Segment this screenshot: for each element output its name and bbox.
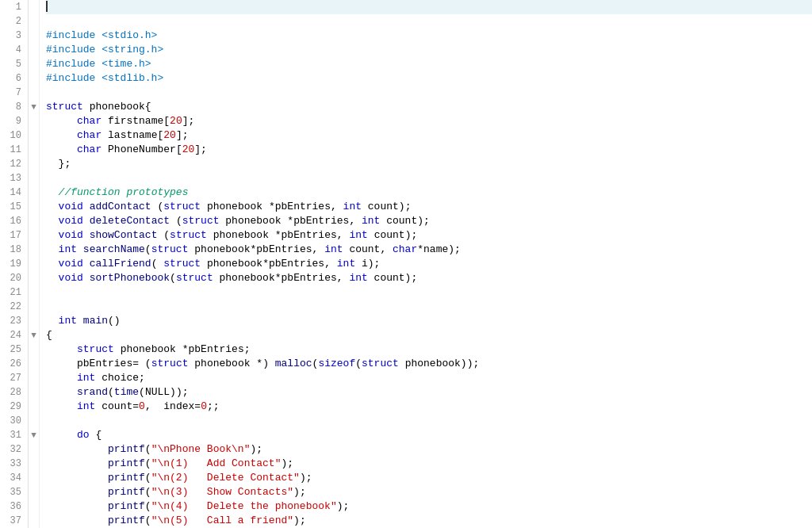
fold-25 <box>29 342 39 357</box>
line-num-27: 27 <box>6 371 21 385</box>
line-num-17: 17 <box>6 228 21 243</box>
line-num-36: 36 <box>6 499 21 514</box>
line-num-30: 30 <box>6 414 21 428</box>
fold-7 <box>29 86 39 100</box>
line-num-29: 29 <box>6 400 21 414</box>
code-line-11: char PhoneNumber[20]; <box>46 143 812 157</box>
line-num-20: 20 <box>6 271 21 285</box>
fold-23 <box>29 314 39 328</box>
fold-4 <box>29 43 39 57</box>
line-num-35: 35 <box>6 485 21 499</box>
code-line-16: void deleteContact (struct phonebook *pb… <box>46 214 812 228</box>
code-line-31: do { <box>46 428 812 442</box>
code-line-10: char lastname[20]; <box>46 128 812 143</box>
code-line-3: #include <stdio.h> <box>46 29 812 43</box>
code-line-24: { <box>46 328 812 342</box>
code-line-36: printf("\n(4) Delete the phonebook"); <box>46 499 812 514</box>
code-editor[interactable]: 1 2 3 4 5 6 7 8 9 10 11 12 13 14 15 16 1… <box>0 0 812 528</box>
fold-6 <box>29 71 39 86</box>
code-line-5: #include <time.h> <box>46 57 812 71</box>
fold-28 <box>29 385 39 400</box>
fold-gutter: ▼ ▼ ▼ <box>29 0 40 528</box>
code-line-22 <box>46 300 812 314</box>
code-line-19: void callFriend( struct phonebook*pbEntr… <box>46 257 812 271</box>
line-num-8: 8 <box>6 100 21 114</box>
code-line-1 <box>46 0 812 14</box>
fold-3 <box>29 29 39 43</box>
fold-2 <box>29 14 39 29</box>
code-line-4: #include <string.h> <box>46 43 812 57</box>
fold-5 <box>29 57 39 71</box>
fold-33 <box>29 457 39 471</box>
line-num-22: 22 <box>6 300 21 314</box>
code-line-27: int choice; <box>46 371 812 385</box>
code-line-32: printf("\nPhone Book\n"); <box>46 442 812 457</box>
line-num-37: 37 <box>6 514 21 528</box>
code-line-12: }; <box>46 157 812 171</box>
code-area[interactable]: #include <stdio.h> #include <string.h> #… <box>40 0 812 528</box>
line-num-4: 4 <box>6 43 21 57</box>
fold-9 <box>29 114 39 128</box>
code-line-35: printf("\n(3) Show Contacts"); <box>46 485 812 499</box>
code-line-8: struct phonebook{ <box>46 100 812 114</box>
fold-8[interactable]: ▼ <box>29 100 39 114</box>
fold-21 <box>29 285 39 300</box>
code-line-25: struct phonebook *pbEntries; <box>46 342 812 357</box>
line-num-23: 23 <box>6 314 21 328</box>
line-num-18: 18 <box>6 243 21 257</box>
fold-19 <box>29 257 39 271</box>
line-num-6: 6 <box>6 71 21 86</box>
line-num-33: 33 <box>6 457 21 471</box>
line-num-1: 1 <box>6 0 21 14</box>
fold-17 <box>29 228 39 243</box>
code-line-28: srand(time(NULL)); <box>46 385 812 400</box>
fold-34 <box>29 471 39 485</box>
line-num-11: 11 <box>6 143 21 157</box>
line-numbers: 1 2 3 4 5 6 7 8 9 10 11 12 13 14 15 16 1… <box>0 0 29 528</box>
code-line-15: void addContact (struct phonebook *pbEnt… <box>46 200 812 214</box>
line-num-32: 32 <box>6 442 21 457</box>
code-line-17: void showContact (struct phonebook *pbEn… <box>46 228 812 243</box>
line-num-21: 21 <box>6 285 21 300</box>
line-num-16: 16 <box>6 214 21 228</box>
line-num-7: 7 <box>6 86 21 100</box>
code-line-21 <box>46 285 812 300</box>
left-panel: 1 2 3 4 5 6 7 8 9 10 11 12 13 14 15 16 1… <box>0 0 40 528</box>
code-line-13 <box>46 171 812 186</box>
code-line-37: printf("\n(5) Call a friend"); <box>46 514 812 528</box>
fold-10 <box>29 128 39 143</box>
line-num-25: 25 <box>6 342 21 357</box>
code-line-9: char firstname[20]; <box>46 114 812 128</box>
fold-35 <box>29 485 39 499</box>
fold-32 <box>29 442 39 457</box>
fold-37 <box>29 514 39 528</box>
line-num-5: 5 <box>6 57 21 71</box>
code-line-33: printf("\n(1) Add Contact"); <box>46 457 812 471</box>
line-num-31: 31 <box>6 428 21 442</box>
line-num-15: 15 <box>6 200 21 214</box>
line-num-9: 9 <box>6 114 21 128</box>
fold-11 <box>29 143 39 157</box>
code-line-6: #include <stdlib.h> <box>46 71 812 86</box>
fold-18 <box>29 243 39 257</box>
fold-15 <box>29 200 39 214</box>
line-num-13: 13 <box>6 171 21 186</box>
code-line-14: //function prototypes <box>46 186 812 200</box>
code-line-26: pbEntries= (struct phonebook *) malloc(s… <box>46 357 812 371</box>
line-num-10: 10 <box>6 128 21 143</box>
fold-30 <box>29 414 39 428</box>
code-line-29: int count=0, index=0;; <box>46 400 812 414</box>
fold-14 <box>29 186 39 200</box>
line-num-34: 34 <box>6 471 21 485</box>
line-num-3: 3 <box>6 29 21 43</box>
line-num-24: 24 <box>6 328 21 342</box>
fold-24[interactable]: ▼ <box>29 328 39 342</box>
code-line-34: printf("\n(2) Delete Contact"); <box>46 471 812 485</box>
fold-36 <box>29 499 39 514</box>
line-num-26: 26 <box>6 357 21 371</box>
code-line-20: void sortPhonebook(struct phonebook*pbEn… <box>46 271 812 285</box>
line-num-28: 28 <box>6 385 21 400</box>
fold-31[interactable]: ▼ <box>29 428 39 442</box>
line-num-14: 14 <box>6 186 21 200</box>
code-line-7 <box>46 86 812 100</box>
